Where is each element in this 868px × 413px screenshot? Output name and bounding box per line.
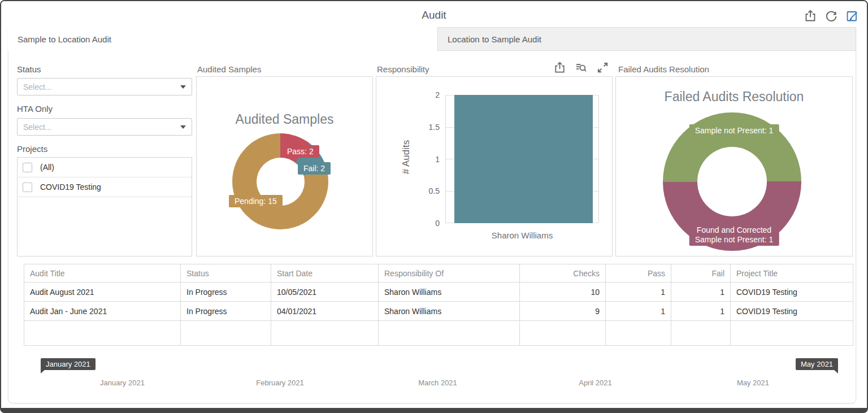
hta-only-select[interactable]: Select... bbox=[17, 118, 192, 136]
y-tick: 1 bbox=[411, 155, 440, 164]
y-tick: 0.5 bbox=[411, 186, 440, 195]
slider-axis: January 2021 February 2021 March 2021 Ap… bbox=[44, 379, 832, 387]
hta-only-select-placeholder: Select... bbox=[23, 123, 180, 132]
y-tick: 2 bbox=[411, 90, 440, 99]
export-icon[interactable] bbox=[553, 61, 566, 74]
tab-label: Location to Sample Audit bbox=[448, 34, 541, 44]
hta-only-filter-label: HTA Only bbox=[17, 104, 53, 114]
col-fail: Fail bbox=[671, 264, 731, 282]
projects-listbox: (All) COVID19 Testing bbox=[17, 157, 192, 257]
responsibility-panel: # Audits 2 1.5 1 0.5 0 Sharon Williams bbox=[376, 76, 613, 257]
chevron-down-icon[interactable] bbox=[180, 125, 186, 129]
fail-data-label[interactable]: Fail: 2 bbox=[298, 162, 331, 175]
col-start-date: Start Date bbox=[271, 264, 379, 282]
sample-not-present-data-label[interactable]: Sample not Present: 1 bbox=[689, 124, 779, 137]
audit-title-link[interactable]: Audit Jan - June 2021 bbox=[24, 302, 181, 321]
checks-cell: 9 bbox=[520, 302, 606, 321]
failed-audits-panel: Failed Audits Resolution Sample not Pres… bbox=[615, 76, 853, 257]
x-category-label: Sharon Williams bbox=[445, 231, 599, 240]
table-header-row: Audit Title Status Start Date Responsibi… bbox=[24, 264, 853, 282]
bar-chart-plot-area bbox=[445, 95, 599, 223]
checkbox-icon[interactable] bbox=[23, 163, 32, 172]
fullscreen-icon[interactable] bbox=[596, 61, 609, 74]
project-option-label: COVID19 Testing bbox=[40, 182, 101, 192]
audits-bar-sharon-williams[interactable] bbox=[454, 95, 593, 223]
audited-samples-chart-title: Audited Samples bbox=[197, 112, 372, 127]
header-toolbar bbox=[804, 9, 859, 23]
checkbox-icon[interactable] bbox=[23, 182, 32, 192]
tab-label: Sample to Location Audit bbox=[18, 34, 111, 44]
status-cell: In Progress bbox=[181, 302, 271, 321]
status-cell: In Progress bbox=[181, 282, 271, 302]
table-empty-row bbox=[24, 321, 853, 346]
project-option-covid19-testing[interactable]: COVID19 Testing bbox=[18, 177, 192, 197]
audit-title-link[interactable]: Audit August 2021 bbox=[24, 282, 181, 302]
project-title-cell: COVID19 Testing bbox=[731, 302, 853, 321]
explore-data-icon[interactable] bbox=[575, 61, 588, 74]
slider-start-handle[interactable]: January 2021 bbox=[41, 358, 96, 370]
responsibility-cell: Sharon Williams bbox=[379, 282, 520, 302]
start-date-cell: 10/05/2021 bbox=[271, 282, 379, 302]
slider-end-handle[interactable]: May 2021 bbox=[796, 358, 838, 370]
status-filter-label: Status bbox=[17, 64, 41, 74]
chevron-down-icon[interactable] bbox=[180, 85, 186, 89]
projects-filter-label: Projects bbox=[17, 144, 47, 154]
responsibility-cell: Sharon Williams bbox=[379, 302, 520, 321]
col-checks: Checks bbox=[520, 264, 606, 282]
data-label-line: Found and Corrected bbox=[695, 225, 774, 235]
failed-audits-chart-title: Failed Audits Resolution bbox=[616, 89, 852, 105]
y-tick: 0 bbox=[411, 219, 440, 228]
page-title: Audit bbox=[1, 9, 867, 21]
audit-dashboard-window: Audit Sample to Lo bbox=[0, 0, 868, 413]
col-responsibility-of: Responsibility Of bbox=[379, 264, 520, 282]
responsibility-panel-header: Responsibility bbox=[377, 64, 429, 74]
audited-samples-panel: Audited Samples Pass: 2 Fail: 2 Pending:… bbox=[196, 76, 373, 257]
col-project-title: Project Title bbox=[731, 264, 853, 282]
status-select[interactable]: Select... bbox=[17, 78, 192, 95]
y-tick: 1.5 bbox=[411, 123, 440, 132]
edit-icon[interactable] bbox=[845, 9, 859, 23]
pass-count-link[interactable]: 1 bbox=[606, 282, 671, 302]
app-header: Audit bbox=[1, 1, 867, 27]
found-and-corrected-data-label[interactable]: Found and Corrected Sample not Present: … bbox=[689, 224, 779, 246]
slider-tick: January 2021 bbox=[44, 379, 201, 387]
responsibility-widget-toolbar bbox=[553, 61, 609, 74]
col-pass: Pass bbox=[606, 264, 671, 282]
tab-location-to-sample-audit[interactable]: Location to Sample Audit bbox=[437, 27, 856, 51]
checks-cell: 10 bbox=[520, 282, 606, 302]
status-select-placeholder: Select... bbox=[23, 82, 180, 92]
fail-count-link[interactable]: 1 bbox=[671, 282, 731, 302]
failed-audits-panel-header: Failed Audits Resolution bbox=[618, 64, 709, 74]
audited-samples-panel-header: Audited Samples bbox=[197, 64, 261, 74]
slider-tick: February 2021 bbox=[201, 379, 359, 387]
col-audit-title: Audit Title bbox=[24, 264, 181, 282]
y-axis-title: # Audits bbox=[401, 132, 412, 182]
data-label-line: Sample not Present: 1 bbox=[695, 235, 774, 245]
pass-count-link[interactable]: 1 bbox=[606, 302, 671, 321]
refresh-icon[interactable] bbox=[824, 9, 838, 23]
audits-table: Audit Title Status Start Date Responsibi… bbox=[24, 264, 853, 346]
project-title-cell: COVID19 Testing bbox=[731, 282, 853, 302]
pass-data-label[interactable]: Pass: 2 bbox=[281, 145, 319, 158]
slider-tick: April 2021 bbox=[517, 379, 674, 387]
export-icon[interactable] bbox=[804, 9, 817, 23]
table-row: Audit Jan - June 2021 In Progress 04/01/… bbox=[24, 302, 853, 321]
project-option-label: (All) bbox=[40, 163, 54, 172]
pending-data-label[interactable]: Pending: 15 bbox=[229, 195, 283, 207]
col-status: Status bbox=[181, 264, 271, 282]
project-option-all[interactable]: (All) bbox=[18, 158, 192, 177]
start-date-cell: 04/01/2021 bbox=[271, 302, 379, 321]
slider-tick: March 2021 bbox=[359, 379, 517, 387]
slider-tick: May 2021 bbox=[674, 379, 832, 387]
fail-count-link[interactable]: 1 bbox=[671, 302, 731, 321]
tab-sample-to-location-audit[interactable]: Sample to Location Audit bbox=[8, 27, 437, 51]
table-row: Audit August 2021 In Progress 10/05/2021… bbox=[24, 282, 853, 302]
